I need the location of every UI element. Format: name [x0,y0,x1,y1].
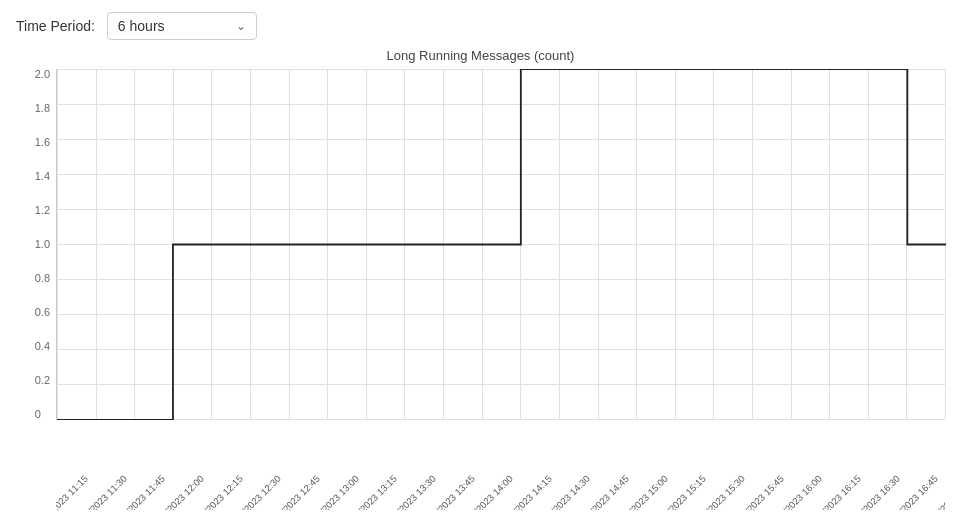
y-axis-label: 0 [35,409,50,420]
y-axis-labels: 00.20.40.60.81.01.21.41.61.82.0 [35,69,50,420]
main-container: Time Period: 6 hours ⌄ Long Running Mess… [0,0,961,518]
y-axis-label: 0.2 [35,375,50,386]
x-axis-labels: 10/16/2023 11:1510/16/2023 11:3010/16/20… [56,420,945,510]
line-chart-svg [57,69,946,420]
y-axis-label: 1.6 [35,137,50,148]
y-axis-label: 1.8 [35,103,50,114]
y-axis-label: 0.6 [35,307,50,318]
y-axis-label: 0.8 [35,273,50,284]
y-axis-label: 1.4 [35,171,50,182]
y-axis-label: 1.2 [35,205,50,216]
controls-bar: Time Period: 6 hours ⌄ [16,12,945,40]
x-axis-label-wrapper: 10/16/2023 17:00 [908,495,945,510]
y-axis-label: 0.4 [35,341,50,352]
chart-wrapper: Long Running Messages (count) 00.20.40.6… [16,48,945,510]
chart-plot [56,69,945,420]
time-period-value: 6 hours [118,18,165,34]
chart-line [57,69,946,420]
chevron-down-icon: ⌄ [236,19,246,33]
chart-area: 00.20.40.60.81.01.21.41.61.82.0 [16,69,945,420]
y-axis-label: 1.0 [35,239,50,250]
time-period-label: Time Period: [16,18,95,34]
chart-title: Long Running Messages (count) [16,48,945,63]
y-axis: 00.20.40.60.81.01.21.41.61.82.0 [16,69,56,420]
y-axis-label: 2.0 [35,69,50,80]
time-period-dropdown[interactable]: 6 hours ⌄ [107,12,257,40]
